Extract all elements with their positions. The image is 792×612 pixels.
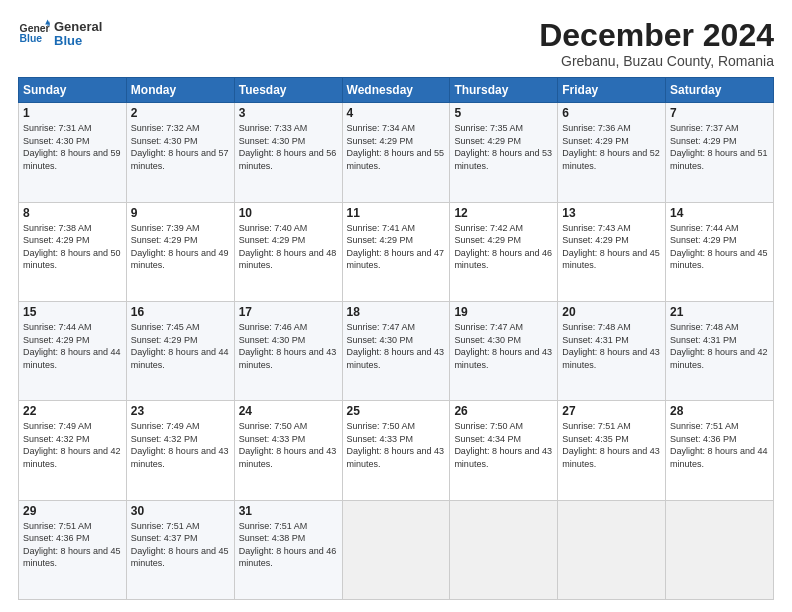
day-info: Sunrise: 7:49 AM Sunset: 4:32 PM Dayligh… (131, 420, 230, 470)
day-info: Sunrise: 7:51 AM Sunset: 4:36 PM Dayligh… (23, 520, 122, 570)
day-cell: 23 Sunrise: 7:49 AM Sunset: 4:32 PM Dayl… (126, 401, 234, 500)
day-info: Sunrise: 7:34 AM Sunset: 4:29 PM Dayligh… (347, 122, 446, 172)
day-cell (558, 500, 666, 599)
day-cell: 29 Sunrise: 7:51 AM Sunset: 4:36 PM Dayl… (19, 500, 127, 599)
day-number: 24 (239, 404, 338, 418)
day-cell: 17 Sunrise: 7:46 AM Sunset: 4:30 PM Dayl… (234, 301, 342, 400)
week-row-3: 15 Sunrise: 7:44 AM Sunset: 4:29 PM Dayl… (19, 301, 774, 400)
week-row-5: 29 Sunrise: 7:51 AM Sunset: 4:36 PM Dayl… (19, 500, 774, 599)
day-cell: 2 Sunrise: 7:32 AM Sunset: 4:30 PM Dayli… (126, 103, 234, 202)
subtitle: Grebanu, Buzau County, Romania (539, 53, 774, 69)
header: General Blue General Blue December 2024 … (18, 18, 774, 69)
day-cell: 8 Sunrise: 7:38 AM Sunset: 4:29 PM Dayli… (19, 202, 127, 301)
day-number: 19 (454, 305, 553, 319)
day-number: 28 (670, 404, 769, 418)
day-number: 9 (131, 206, 230, 220)
day-info: Sunrise: 7:46 AM Sunset: 4:30 PM Dayligh… (239, 321, 338, 371)
calendar-table: SundayMondayTuesdayWednesdayThursdayFrid… (18, 77, 774, 600)
day-number: 10 (239, 206, 338, 220)
col-header-saturday: Saturday (666, 78, 774, 103)
day-cell: 30 Sunrise: 7:51 AM Sunset: 4:37 PM Dayl… (126, 500, 234, 599)
day-info: Sunrise: 7:36 AM Sunset: 4:29 PM Dayligh… (562, 122, 661, 172)
day-number: 7 (670, 106, 769, 120)
day-number: 8 (23, 206, 122, 220)
logo-icon: General Blue (18, 18, 50, 50)
day-cell: 22 Sunrise: 7:49 AM Sunset: 4:32 PM Dayl… (19, 401, 127, 500)
day-number: 21 (670, 305, 769, 319)
day-number: 23 (131, 404, 230, 418)
col-header-wednesday: Wednesday (342, 78, 450, 103)
day-number: 26 (454, 404, 553, 418)
day-cell: 25 Sunrise: 7:50 AM Sunset: 4:33 PM Dayl… (342, 401, 450, 500)
day-cell: 3 Sunrise: 7:33 AM Sunset: 4:30 PM Dayli… (234, 103, 342, 202)
week-row-2: 8 Sunrise: 7:38 AM Sunset: 4:29 PM Dayli… (19, 202, 774, 301)
day-info: Sunrise: 7:39 AM Sunset: 4:29 PM Dayligh… (131, 222, 230, 272)
day-info: Sunrise: 7:44 AM Sunset: 4:29 PM Dayligh… (23, 321, 122, 371)
day-number: 25 (347, 404, 446, 418)
day-info: Sunrise: 7:47 AM Sunset: 4:30 PM Dayligh… (347, 321, 446, 371)
day-cell: 9 Sunrise: 7:39 AM Sunset: 4:29 PM Dayli… (126, 202, 234, 301)
week-row-4: 22 Sunrise: 7:49 AM Sunset: 4:32 PM Dayl… (19, 401, 774, 500)
day-info: Sunrise: 7:37 AM Sunset: 4:29 PM Dayligh… (670, 122, 769, 172)
day-info: Sunrise: 7:51 AM Sunset: 4:37 PM Dayligh… (131, 520, 230, 570)
day-cell: 7 Sunrise: 7:37 AM Sunset: 4:29 PM Dayli… (666, 103, 774, 202)
day-info: Sunrise: 7:32 AM Sunset: 4:30 PM Dayligh… (131, 122, 230, 172)
page: General Blue General Blue December 2024 … (0, 0, 792, 612)
day-info: Sunrise: 7:51 AM Sunset: 4:38 PM Dayligh… (239, 520, 338, 570)
day-info: Sunrise: 7:50 AM Sunset: 4:33 PM Dayligh… (239, 420, 338, 470)
day-number: 30 (131, 504, 230, 518)
day-cell: 18 Sunrise: 7:47 AM Sunset: 4:30 PM Dayl… (342, 301, 450, 400)
day-info: Sunrise: 7:51 AM Sunset: 4:35 PM Dayligh… (562, 420, 661, 470)
day-cell: 15 Sunrise: 7:44 AM Sunset: 4:29 PM Dayl… (19, 301, 127, 400)
day-cell: 28 Sunrise: 7:51 AM Sunset: 4:36 PM Dayl… (666, 401, 774, 500)
day-number: 15 (23, 305, 122, 319)
logo-blue: Blue (54, 34, 102, 48)
day-info: Sunrise: 7:40 AM Sunset: 4:29 PM Dayligh… (239, 222, 338, 272)
day-info: Sunrise: 7:50 AM Sunset: 4:34 PM Dayligh… (454, 420, 553, 470)
day-info: Sunrise: 7:35 AM Sunset: 4:29 PM Dayligh… (454, 122, 553, 172)
day-number: 27 (562, 404, 661, 418)
day-cell (450, 500, 558, 599)
day-number: 6 (562, 106, 661, 120)
week-row-1: 1 Sunrise: 7:31 AM Sunset: 4:30 PM Dayli… (19, 103, 774, 202)
day-info: Sunrise: 7:38 AM Sunset: 4:29 PM Dayligh… (23, 222, 122, 272)
day-cell: 11 Sunrise: 7:41 AM Sunset: 4:29 PM Dayl… (342, 202, 450, 301)
day-cell: 20 Sunrise: 7:48 AM Sunset: 4:31 PM Dayl… (558, 301, 666, 400)
day-cell: 31 Sunrise: 7:51 AM Sunset: 4:38 PM Dayl… (234, 500, 342, 599)
day-number: 22 (23, 404, 122, 418)
day-cell (666, 500, 774, 599)
day-cell: 1 Sunrise: 7:31 AM Sunset: 4:30 PM Dayli… (19, 103, 127, 202)
col-header-thursday: Thursday (450, 78, 558, 103)
col-header-tuesday: Tuesday (234, 78, 342, 103)
day-cell: 27 Sunrise: 7:51 AM Sunset: 4:35 PM Dayl… (558, 401, 666, 500)
day-cell: 26 Sunrise: 7:50 AM Sunset: 4:34 PM Dayl… (450, 401, 558, 500)
day-cell: 14 Sunrise: 7:44 AM Sunset: 4:29 PM Dayl… (666, 202, 774, 301)
day-info: Sunrise: 7:43 AM Sunset: 4:29 PM Dayligh… (562, 222, 661, 272)
day-cell: 21 Sunrise: 7:48 AM Sunset: 4:31 PM Dayl… (666, 301, 774, 400)
day-info: Sunrise: 7:33 AM Sunset: 4:30 PM Dayligh… (239, 122, 338, 172)
day-number: 14 (670, 206, 769, 220)
logo-general: General (54, 20, 102, 34)
day-cell: 6 Sunrise: 7:36 AM Sunset: 4:29 PM Dayli… (558, 103, 666, 202)
day-number: 11 (347, 206, 446, 220)
day-info: Sunrise: 7:47 AM Sunset: 4:30 PM Dayligh… (454, 321, 553, 371)
day-number: 17 (239, 305, 338, 319)
header-row: SundayMondayTuesdayWednesdayThursdayFrid… (19, 78, 774, 103)
day-number: 2 (131, 106, 230, 120)
day-number: 12 (454, 206, 553, 220)
day-number: 20 (562, 305, 661, 319)
svg-text:Blue: Blue (20, 33, 43, 44)
day-info: Sunrise: 7:48 AM Sunset: 4:31 PM Dayligh… (670, 321, 769, 371)
day-cell: 10 Sunrise: 7:40 AM Sunset: 4:29 PM Dayl… (234, 202, 342, 301)
day-info: Sunrise: 7:48 AM Sunset: 4:31 PM Dayligh… (562, 321, 661, 371)
day-cell: 4 Sunrise: 7:34 AM Sunset: 4:29 PM Dayli… (342, 103, 450, 202)
day-number: 18 (347, 305, 446, 319)
day-number: 4 (347, 106, 446, 120)
day-number: 3 (239, 106, 338, 120)
title-section: December 2024 Grebanu, Buzau County, Rom… (539, 18, 774, 69)
day-number: 29 (23, 504, 122, 518)
day-cell: 13 Sunrise: 7:43 AM Sunset: 4:29 PM Dayl… (558, 202, 666, 301)
day-info: Sunrise: 7:49 AM Sunset: 4:32 PM Dayligh… (23, 420, 122, 470)
day-info: Sunrise: 7:45 AM Sunset: 4:29 PM Dayligh… (131, 321, 230, 371)
day-number: 16 (131, 305, 230, 319)
